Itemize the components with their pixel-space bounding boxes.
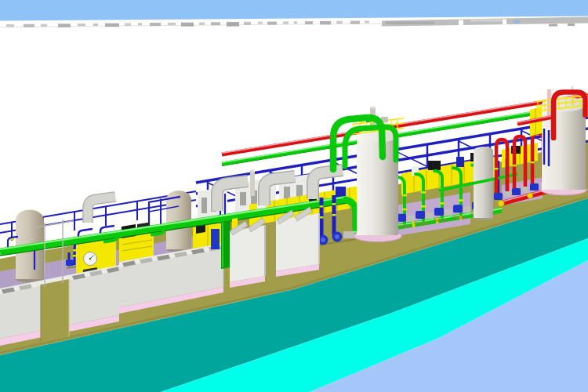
plant-3d-viewport — [0, 0, 588, 392]
sky-band — [0, 0, 588, 21]
tank-box-2 — [276, 207, 319, 277]
tank-box-1 — [230, 218, 265, 288]
ramp-channel — [41, 279, 69, 343]
vent-stack — [250, 170, 255, 196]
